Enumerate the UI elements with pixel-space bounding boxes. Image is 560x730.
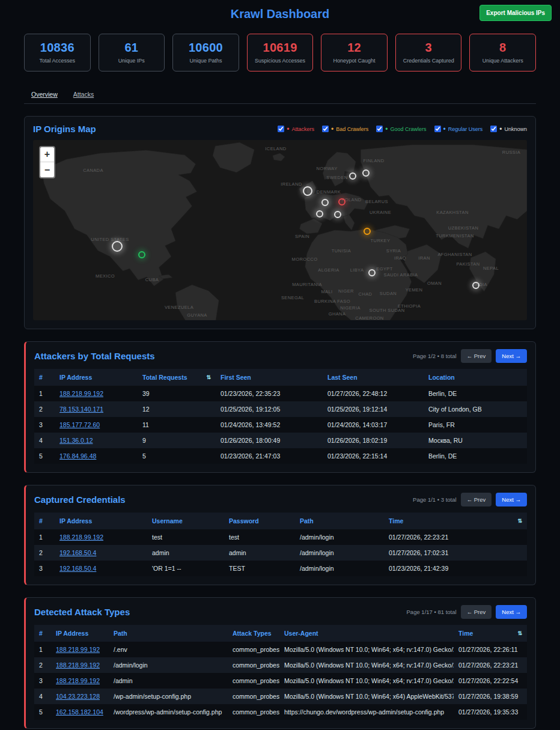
ip-link[interactable]: 104.23.223.128	[56, 693, 100, 700]
tab-attacks[interactable]: Attacks	[73, 91, 94, 98]
ip-link[interactable]: 188.218.99.192	[59, 534, 103, 541]
col-rank[interactable]: #	[34, 369, 55, 386]
prev-page-button[interactable]: ← Prev	[461, 605, 492, 619]
country-label: CANADA	[83, 168, 103, 173]
export-malicious-ips-button[interactable]: Export Malicious IPs	[479, 5, 552, 21]
cell-time: 01/27/2026, 22:26:11	[454, 642, 527, 657]
legend-checkbox-bad-crawlers[interactable]	[322, 126, 329, 132]
ip-link[interactable]: 188.218.99.192	[59, 390, 103, 397]
cell-total-requests: 5	[138, 448, 216, 464]
stat-card-unique-attackers: 8 Unique Attackers	[469, 34, 536, 71]
country-label: SENEGAL	[281, 295, 304, 300]
country-label: UNITED STATES	[91, 237, 129, 242]
country-label: DENMARK	[317, 189, 341, 195]
country-label: SAUDI ARABIA	[384, 272, 418, 278]
map-marker-attacker[interactable]	[338, 198, 345, 205]
cell-last-seen: 01/26/2026, 18:02:19	[323, 433, 424, 448]
world-map[interactable]: CANADAUNITED STATESMEXICOCUBAVENEZUELAGU…	[33, 140, 527, 320]
col-time[interactable]: Time⇅	[454, 625, 527, 642]
map-marker-good_crawler[interactable]	[138, 251, 145, 258]
cell-ip: 185.177.72.60	[55, 417, 138, 433]
map-marker-unknown[interactable]	[316, 210, 323, 217]
map-marker-unknown[interactable]	[362, 169, 370, 177]
map-marker-unknown[interactable]	[112, 241, 123, 252]
col-ip-address[interactable]: IP Address	[55, 369, 138, 386]
col-password[interactable]: Password	[224, 513, 295, 529]
country-label: BELARUS	[365, 199, 388, 204]
next-page-button[interactable]: Next →	[496, 493, 527, 506]
credentials-table: # IP Address Username Password Path Time…	[34, 513, 527, 576]
ip-link[interactable]: 188.218.99.192	[56, 646, 100, 653]
map-marker-bad_crawler[interactable]	[364, 228, 371, 235]
legend-checkbox-attackers[interactable]	[278, 126, 284, 132]
col-attack-types[interactable]: Attack Types	[228, 625, 279, 642]
col-path[interactable]: Path	[109, 625, 228, 642]
sort-icon[interactable]: ⇅	[517, 518, 522, 524]
map-marker-unknown[interactable]	[368, 269, 376, 276]
stat-value: 10619	[250, 41, 311, 55]
cell-ip: 192.168.50.4	[55, 561, 147, 576]
ip-link[interactable]: 188.218.99.192	[56, 677, 100, 684]
sort-icon[interactable]: ⇅	[206, 374, 211, 380]
stat-card-credentials-captured: 3 Credentials Captured	[395, 34, 462, 71]
legend-item: • Unknown	[490, 126, 527, 132]
col-label: Total Requests	[142, 374, 187, 381]
ip-link[interactable]: 192.168.50.4	[59, 565, 96, 572]
col-ip-address[interactable]: IP Address	[55, 513, 147, 529]
cell-location: Москва, RU	[424, 433, 527, 448]
next-page-button[interactable]: Next →	[496, 605, 527, 619]
map-marker-unknown[interactable]	[321, 199, 329, 206]
cell-rank: 4	[34, 433, 55, 448]
attackers-panel: Attackers by Total Requests Page 1/2 • 8…	[24, 341, 536, 473]
attack-types-table: # IP Address Path Attack Types User-Agen…	[34, 625, 527, 720]
map-marker-unknown[interactable]	[472, 282, 479, 289]
ip-link[interactable]: 192.168.50.4	[59, 549, 96, 556]
country-label: NEPAL	[483, 266, 499, 271]
col-label: Time	[458, 630, 473, 637]
col-first-seen[interactable]: First Seen	[216, 369, 323, 386]
cell-total-requests: 39	[138, 386, 216, 401]
col-time[interactable]: Time⇅	[384, 513, 527, 529]
col-user-agent[interactable]: User-Agent	[279, 625, 454, 642]
col-ip-address[interactable]: IP Address	[51, 625, 109, 642]
col-username[interactable]: Username	[147, 513, 224, 529]
map-zoom-control: + −	[39, 146, 55, 178]
legend-checkbox-good-crawlers[interactable]	[376, 126, 383, 132]
ip-link[interactable]: 78.153.140.171	[59, 406, 103, 413]
legend-checkbox-regular-users[interactable]	[434, 126, 441, 132]
col-rank[interactable]: #	[34, 625, 51, 642]
country-label: ETHIOPIA	[398, 303, 421, 309]
country-label: NORWAY	[316, 166, 337, 171]
prev-page-button[interactable]: ← Prev	[461, 493, 492, 506]
legend-checkbox-unknown[interactable]	[490, 126, 497, 132]
col-total-requests[interactable]: Total Requests⇅	[138, 369, 216, 386]
col-path[interactable]: Path	[295, 513, 384, 529]
col-location[interactable]: Location	[424, 369, 527, 386]
ip-link[interactable]: 151.36.0.12	[59, 437, 93, 444]
col-last-seen[interactable]: Last Seen	[323, 369, 424, 386]
map-marker-unknown[interactable]	[334, 211, 341, 218]
ip-link[interactable]: 162.158.182.104	[56, 708, 103, 716]
prev-page-button[interactable]: ← Prev	[461, 349, 492, 363]
cell-user-agent: Mozilla/5.0 (Windows NT 10.0; Win64; x64…	[279, 642, 454, 657]
cell-attack-types: common_probes	[228, 689, 279, 704]
zoom-out-button[interactable]: −	[40, 162, 54, 177]
sort-icon[interactable]: ⇅	[517, 630, 522, 636]
country-label: UKRAINE	[370, 210, 391, 215]
cell-ip: 192.168.50.4	[55, 545, 147, 561]
next-page-button[interactable]: Next →	[496, 349, 527, 363]
legend-dot: •	[331, 127, 333, 132]
ip-link[interactable]: 188.218.99.192	[56, 662, 100, 669]
cell-username: 'OR 1=1 --	[147, 561, 224, 576]
map-marker-unknown[interactable]	[303, 186, 312, 196]
tab-overview[interactable]: Overview	[31, 91, 58, 98]
country-label: SPAIN	[295, 234, 309, 239]
cell-total-requests: 11	[138, 417, 216, 433]
cell-first-seen: 01/24/2026, 13:49:52	[216, 417, 323, 433]
col-rank[interactable]: #	[34, 513, 55, 529]
ip-link[interactable]: 176.84.96.48	[59, 452, 96, 460]
ip-link[interactable]: 185.177.72.60	[59, 421, 100, 428]
map-marker-unknown[interactable]	[349, 172, 356, 180]
zoom-in-button[interactable]: +	[40, 147, 54, 162]
cell-user-agent: https://chungo.dev/wordpress/wp-admin/se…	[279, 704, 454, 720]
